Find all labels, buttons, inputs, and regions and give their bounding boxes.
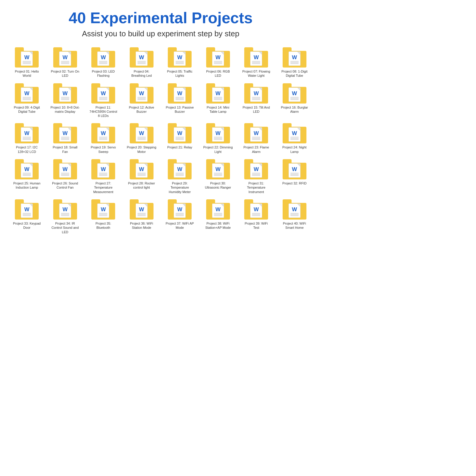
project-item-15[interactable]: W Project 15: Tilt And LED [238,83,274,118]
folder-icon-13: W [168,83,192,104]
project-item-19[interactable]: W Project 19: Servo Sweep [85,123,121,154]
doc-w-letter: W [254,55,259,60]
project-item-37[interactable]: W Project 37: WiFi AP Mode [162,199,198,234]
project-item-5[interactable]: W Project 05: Traffic Lights [162,47,198,78]
doc-lines [99,97,107,101]
doc-line [214,213,222,214]
doc-line [137,173,146,173]
folder-body: W [244,127,268,143]
doc-w-letter: W [139,167,144,172]
project-item-3[interactable]: W Project 03: LED Flashing [85,47,121,78]
project-item-36[interactable]: W Project 36: WiFi Station Mode [124,199,160,234]
doc-line [176,99,184,100]
project-item-30[interactable]: W Project 30: Ultrasonic Ranger [200,159,236,194]
project-item-32[interactable]: W Project 32: RFID [277,159,313,194]
document-icon: W [97,203,109,218]
project-item-33[interactable]: W Project 33: Keypad Door [9,199,45,234]
doc-line [23,97,31,98]
project-item-1[interactable]: W Project 01: Hello World [9,47,45,78]
project-item-9[interactable]: W Project 09: 4-Digit Digital Tube [9,83,45,118]
doc-line [252,99,260,100]
project-item-11[interactable]: W Project 11: 74HC595N Control 8 LEDs [85,83,121,118]
doc-lines [176,61,184,65]
project-item-26[interactable]: W Project 26: Sound Control Fan [47,159,83,194]
project-item-39[interactable]: W Project 39: WiFi Test [238,199,274,234]
doc-line [214,215,222,216]
doc-line [99,97,107,98]
folder-icon-28: W [130,159,154,179]
project-item-27[interactable]: W Project 27: Temperature Measurement [85,159,121,194]
doc-line [61,173,69,173]
doc-line [290,61,299,62]
document-icon: W [59,51,71,66]
folder-icon-18: W [53,123,77,143]
document-icon: W [289,127,300,142]
project-label-20: Project 20: Stepping Motor [127,145,156,154]
doc-w-letter: W [139,131,144,136]
doc-lines [214,97,222,101]
folder-body: W [91,87,115,104]
doc-w-letter: W [177,131,182,136]
doc-lines [61,137,69,140]
doc-corner [68,204,71,207]
doc-line [61,99,69,100]
project-item-2[interactable]: W Project 02: Turn On LED [47,47,83,78]
doc-line [61,175,69,176]
doc-lines [23,173,31,176]
project-item-14[interactable]: W Project 14: Mini Table Lamp [200,83,236,118]
project-item-18[interactable]: W Project 18: Small Fan [47,123,83,154]
folder-body: W [53,203,77,220]
project-item-31[interactable]: W Project 31: Temperature Instrument [238,159,274,194]
folder-icon-11: W [91,83,115,104]
project-item-12[interactable]: W Project 12: Active Buzzer [124,83,160,118]
project-item-21[interactable]: W Project 21: Relay [162,123,198,154]
project-item-8[interactable]: W Project 08: 1-Digit Digital Tube [277,47,313,78]
project-item-28[interactable]: W Project 28: Rocker control light [124,159,160,194]
folder-icon-32: W [283,159,306,179]
project-item-4[interactable]: W Project 04: Breathing Led [124,47,160,78]
folder-icon-12: W [130,83,154,104]
doc-corner [221,128,224,131]
document-icon: W [250,87,262,102]
project-item-22[interactable]: W Project 22: Dimming Light [200,123,236,154]
document-icon: W [289,203,300,218]
project-item-6[interactable]: W Project 06: RGB LED [200,47,236,78]
doc-corner [29,128,32,131]
project-label-13: Project 13: Passive Buzzer [165,105,195,114]
project-label-34: Project 34: IR Control Sound and LED [50,221,80,234]
project-item-25[interactable]: W Project 25: Human Induction Lamp [9,159,45,194]
project-label-5: Project 05: Traffic Lights [165,69,195,78]
doc-w-letter: W [254,91,259,96]
project-item-20[interactable]: W Project 20: Stepping Motor [124,123,160,154]
project-item-23[interactable]: W Project 23: Flame Alarm [238,123,274,154]
doc-lines [176,97,184,101]
doc-corner [144,164,147,167]
project-item-29[interactable]: W Project 29: Temperature Humidity Meter [162,159,198,194]
project-item-24[interactable]: W Project 24: Night Lamp [277,123,313,154]
project-item-10[interactable]: W Project 10: 8×8 Dot-matrix Display [47,83,83,118]
doc-w-letter: W [177,91,182,96]
project-item-40[interactable]: W Project 40: WiFi Smart Home [277,199,313,234]
doc-line [61,62,69,63]
document-icon: W [212,87,224,102]
doc-line [23,175,31,176]
doc-line [99,215,107,216]
page-subtitle: Assist you to build up experiment step b… [6,29,315,38]
doc-w-letter: W [254,167,259,172]
doc-corner [68,128,71,131]
project-item-13[interactable]: W Project 13: Passive Buzzer [162,83,198,118]
project-item-38[interactable]: W Project 38: WiFi Station+AP Mode [200,199,236,234]
document-icon: W [21,127,33,142]
project-item-35[interactable]: W Project 35: Bluetooth [85,199,121,234]
folder-icon-20: W [130,123,154,143]
doc-line [290,174,299,175]
project-item-17[interactable]: W Project 17: I2C 128×32 LCD [9,123,45,154]
project-item-34[interactable]: W Project 34: IR Control Sound and LED [47,199,83,234]
project-item-16[interactable]: W Project 16: Burglar Alarm [277,83,313,118]
doc-line [99,213,107,214]
doc-line [214,97,222,98]
doc-line [176,137,184,137]
doc-corner [29,164,32,167]
project-item-7[interactable]: W Project 07: Flowing Water Light [238,47,274,78]
page-header: 40 Experimental Projects Assist you to b… [6,9,315,38]
